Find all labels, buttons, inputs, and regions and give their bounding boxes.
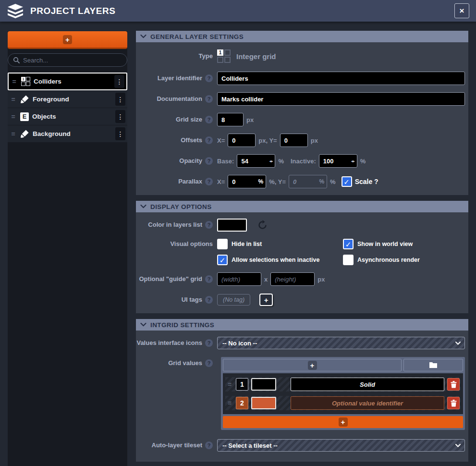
guide-unit: px xyxy=(317,276,325,283)
layer-name: Colliders xyxy=(34,78,111,85)
delete-value-button[interactable] xyxy=(447,397,460,409)
check-icon: ✓ xyxy=(343,178,350,185)
plus-icon: + xyxy=(339,417,348,427)
ui-tags-label: UI tags xyxy=(182,296,202,304)
section-title: DISPLAY OPTIONS xyxy=(150,203,212,210)
grid-size-label: Grid size xyxy=(176,116,202,123)
grid-values-list: = 1 xyxy=(223,373,463,414)
value-color-swatch[interactable] xyxy=(251,397,276,409)
parallax-row: Parallax ? X= % %, Y= % xyxy=(136,175,468,188)
layer-item-objects[interactable]: = E Objects ⋮ xyxy=(8,108,127,125)
help-icon[interactable]: ? xyxy=(205,296,213,304)
layer-color-swatch[interactable] xyxy=(217,219,247,232)
layers-logo-icon xyxy=(7,4,24,18)
help-icon[interactable]: ? xyxy=(205,221,213,229)
layer-menu-button[interactable]: ⋮ xyxy=(115,110,125,123)
value-identifier-input[interactable] xyxy=(291,396,444,410)
close-button[interactable]: × xyxy=(454,3,469,18)
layer-identifier-input[interactable] xyxy=(217,72,465,85)
guide-height-input[interactable] xyxy=(270,272,315,286)
help-icon[interactable]: ? xyxy=(205,157,213,165)
display-options-body: Color in layers list ? xyxy=(136,212,468,313)
layer-item-background[interactable]: = Background ⋮ xyxy=(8,125,127,142)
help-icon[interactable]: ? xyxy=(205,441,213,449)
auto-layer-tileset-select[interactable]: -- Select a tileset -- xyxy=(217,439,465,452)
grid-values-panel: + = 1 xyxy=(221,357,465,430)
layer-name: Background xyxy=(33,130,112,137)
chevron-down-icon xyxy=(140,205,146,208)
offset-y-input[interactable] xyxy=(280,134,308,147)
help-icon[interactable]: ? xyxy=(205,275,213,283)
search-icon xyxy=(13,57,20,63)
grid-size-unit: px xyxy=(246,116,254,123)
layer-menu-button[interactable]: ⋮ xyxy=(115,93,125,106)
documentation-input[interactable] xyxy=(217,92,465,106)
value-identifier-input[interactable] xyxy=(291,378,444,391)
option-hide-in-list: ✓ Hide in list xyxy=(217,239,343,249)
drag-handle-icon[interactable]: = xyxy=(226,399,233,407)
layer-item-foreground[interactable]: = Foreground ⋮ xyxy=(8,91,127,108)
section-intgrid: INTGRID SETTINGS Values interface icons … xyxy=(136,319,468,462)
drag-handle-icon[interactable]: = xyxy=(226,380,233,388)
add-value-bottom-button[interactable]: + xyxy=(223,416,463,428)
help-icon[interactable]: ? xyxy=(205,116,213,123)
parallax-mid-label: %, Y= xyxy=(269,178,286,185)
parallax-scale-checkbox[interactable]: ✓ xyxy=(342,176,352,187)
add-value-button[interactable]: + xyxy=(223,359,402,371)
help-icon[interactable]: ? xyxy=(205,136,213,144)
reset-color-icon[interactable] xyxy=(257,220,268,230)
help-icon[interactable]: ? xyxy=(205,74,213,82)
offset-mid-label: px, Y= xyxy=(258,137,277,144)
help-icon[interactable]: ? xyxy=(205,359,213,367)
help-icon[interactable]: ? xyxy=(205,95,213,103)
layer-color-row: Color in layers list ? xyxy=(136,218,468,232)
chevron-down-icon xyxy=(455,444,461,447)
drag-handle-icon[interactable]: = xyxy=(10,130,17,138)
guide-grid-row: Optional "guide" grid ? x px xyxy=(136,272,468,286)
asynchronous-render-checkbox[interactable]: ✓ xyxy=(343,255,354,265)
grid-size-input[interactable] xyxy=(217,113,244,126)
values-group-button[interactable] xyxy=(403,359,463,371)
spinner-arrows-icon[interactable]: ◂▸ xyxy=(269,159,273,163)
layer-name: Foreground xyxy=(33,96,112,103)
delete-value-button[interactable] xyxy=(447,378,460,391)
plus-icon: + xyxy=(308,361,317,370)
search-input[interactable] xyxy=(23,57,122,64)
layer-name: Objects xyxy=(32,113,112,120)
panel-title: PROJECT LAYERS xyxy=(30,6,115,16)
show-in-world-view-checkbox[interactable]: ✓ xyxy=(343,239,354,249)
project-layers-window: PROJECT LAYERS × + = 1 Colliders xyxy=(0,0,476,466)
add-tag-button[interactable]: + xyxy=(259,294,273,306)
drag-handle-icon[interactable]: = xyxy=(10,113,17,121)
drag-handle-icon[interactable]: = xyxy=(10,96,17,103)
values-icons-select[interactable]: -- No icon -- xyxy=(217,337,465,349)
intgrid-settings-header[interactable]: INTGRID SETTINGS xyxy=(136,319,468,331)
layers-sidebar: + = 1 Colliders ⋮ = xyxy=(8,31,127,466)
layer-menu-button[interactable]: ⋮ xyxy=(115,127,125,140)
display-options-header[interactable]: DISPLAY OPTIONS xyxy=(136,201,468,212)
layer-item-colliders[interactable]: = 1 Colliders ⋮ xyxy=(8,73,127,90)
add-layer-button[interactable]: + xyxy=(8,31,127,49)
layer-menu-button[interactable]: ⋮ xyxy=(114,75,124,88)
grid-values-toolbar: + xyxy=(223,359,463,371)
hide-in-list-checkbox[interactable]: ✓ xyxy=(217,239,228,249)
spinner-arrows-icon[interactable]: ◂▸ xyxy=(351,159,355,163)
drag-handle-icon[interactable]: = xyxy=(11,78,18,86)
help-icon[interactable]: ? xyxy=(205,339,213,347)
trash-icon xyxy=(451,381,457,388)
search-box[interactable] xyxy=(8,53,127,67)
plus-icon: + xyxy=(63,35,72,44)
value-color-swatch[interactable] xyxy=(251,378,276,391)
allow-selections-checkbox[interactable]: ✓ xyxy=(217,255,228,265)
general-settings-header[interactable]: GENERAL LAYER SETTINGS xyxy=(136,31,468,42)
general-settings-body: Type 1 Integer grid Layer identifier ? xyxy=(136,42,468,195)
values-icons-label: Values interface icons xyxy=(136,339,202,347)
offset-x-input[interactable] xyxy=(228,134,256,147)
help-icon[interactable]: ? xyxy=(205,178,213,185)
checkbox-label: Asynchronous render xyxy=(357,257,420,263)
type-value: Integer grid xyxy=(236,52,276,61)
opacity-base-label: Base: xyxy=(217,158,234,165)
titlebar: PROJECT LAYERS × xyxy=(0,0,476,22)
guide-width-input[interactable] xyxy=(217,272,261,286)
opacity-inactive-unit: % xyxy=(360,158,366,165)
